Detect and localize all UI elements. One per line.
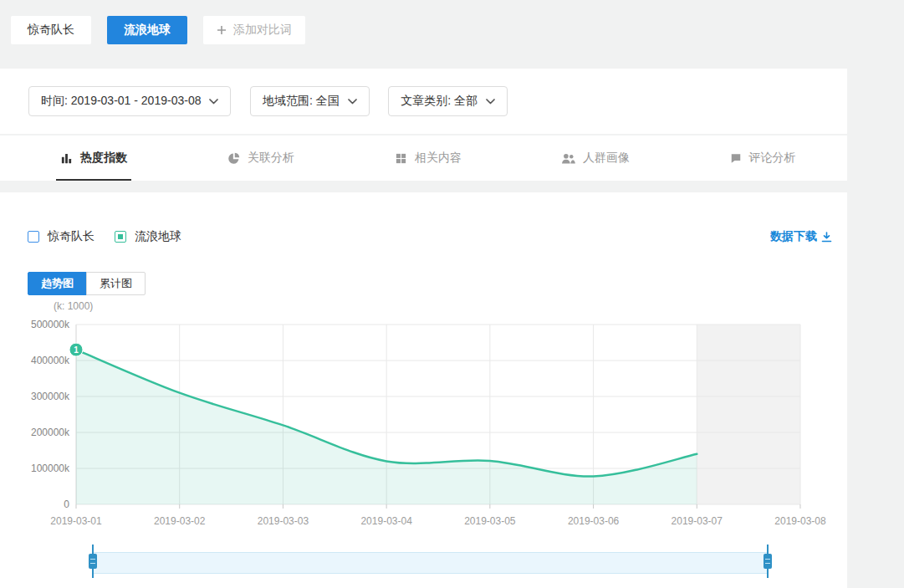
- y-axis-tick: 0: [64, 499, 69, 510]
- view-toggle-cumulative[interactable]: 累计图: [86, 272, 146, 295]
- legend-item-2[interactable]: 流浪地球: [115, 229, 181, 244]
- tab-comment-analysis[interactable]: 评论分析: [679, 135, 846, 181]
- checkbox-checked-icon[interactable]: [115, 231, 126, 243]
- datazoom-handle-left[interactable]: [89, 554, 97, 569]
- legend-label: 流浪地球: [135, 229, 181, 244]
- comment-icon: [730, 152, 742, 164]
- x-axis-tick: 2019-03-02: [154, 515, 206, 527]
- x-axis-tick: 2019-03-06: [568, 515, 620, 527]
- keyword-button-wandering-earth[interactable]: 流浪地球: [107, 16, 187, 44]
- x-axis-tick: 2019-03-05: [464, 515, 516, 527]
- unit-note: (k: 1000): [54, 300, 93, 312]
- tab-audience-profile[interactable]: 人群画像: [512, 135, 679, 181]
- add-compare-keyword-label: 添加对比词: [233, 23, 292, 38]
- legend-label: 惊奇队长: [48, 229, 94, 244]
- tab-label: 关联分析: [248, 151, 294, 166]
- x-axis-tick: 2019-03-03: [258, 515, 309, 527]
- chart-view-toggle: 趋势图累计图: [28, 272, 146, 295]
- time-range-value: 时间: 2019-03-01 - 2019-03-08: [41, 94, 201, 109]
- tab-list: 热度指数关联分析相关内容人群画像评论分析: [0, 135, 847, 181]
- tab-label: 评论分析: [749, 151, 796, 166]
- chart-panel: 惊奇队长流浪地球 数据下载 趋势图累计图 (k: 1000) 0100000k2…: [0, 192, 847, 588]
- keyword-bar: 惊奇队长流浪地球 添加对比词: [0, 0, 904, 69]
- view-toggle-trend[interactable]: 趋势图: [28, 272, 87, 295]
- y-axis-tick: 400000k: [31, 355, 70, 366]
- tab-label: 相关内容: [415, 151, 462, 166]
- tab-relation-analysis[interactable]: 关联分析: [177, 135, 345, 181]
- page: 惊奇队长流浪地球 添加对比词 时间: 2019-03-01 - 2019-03-…: [0, 0, 904, 588]
- chevron-down-icon: [348, 99, 357, 105]
- region-value: 地域范围: 全国: [263, 94, 340, 109]
- no-data-region: [697, 325, 800, 504]
- data-download-label: 数据下载: [770, 229, 817, 244]
- pie-chart-icon: [227, 152, 240, 165]
- tab-label: 人群画像: [583, 151, 630, 166]
- grid-icon: [395, 152, 407, 165]
- y-axis-tick: 500000k: [31, 319, 70, 330]
- filter-bar: 时间: 2019-03-01 - 2019-03-08 地域范围: 全国 文章类…: [0, 69, 847, 134]
- x-axis-tick: 2019-03-07: [672, 515, 723, 527]
- datazoom-handle-right[interactable]: [764, 554, 772, 569]
- plus-icon: [217, 25, 227, 35]
- chevron-down-icon: [209, 99, 218, 105]
- time-range-dropdown[interactable]: 时间: 2019-03-01 - 2019-03-08: [28, 86, 231, 116]
- handle-grip-icon: [765, 559, 770, 564]
- category-value: 文章类别: 全部: [401, 94, 478, 109]
- checkbox-unchecked-icon[interactable]: [28, 231, 39, 243]
- tab-label: 热度指数: [80, 151, 127, 166]
- event-marker-label: 1: [74, 345, 79, 355]
- x-axis-tick: 2019-03-01: [50, 515, 102, 527]
- bar-chart-icon: [60, 152, 73, 165]
- region-dropdown[interactable]: 地域范围: 全国: [250, 86, 370, 116]
- chevron-down-icon: [486, 99, 495, 105]
- x-axis-tick: 2019-03-04: [360, 515, 412, 527]
- x-axis-tick: 2019-03-08: [774, 515, 826, 527]
- keyword-button-captain-marvel[interactable]: 惊奇队长: [11, 16, 91, 44]
- y-axis-tick: 200000k: [31, 427, 70, 438]
- add-compare-keyword-button[interactable]: 添加对比词: [203, 16, 305, 44]
- datazoom-slider-track[interactable]: [93, 552, 768, 574]
- series-legend: 惊奇队长流浪地球: [28, 229, 202, 244]
- y-axis-tick: 300000k: [31, 391, 70, 402]
- tab-heat-index[interactable]: 热度指数: [10, 135, 177, 181]
- trend-chart: 0100000k200000k300000k400000k500000k2019…: [0, 319, 847, 529]
- tab-related-content[interactable]: 相关内容: [345, 135, 512, 181]
- legend-item-1[interactable]: 惊奇队长: [28, 229, 94, 244]
- data-download-link[interactable]: 数据下载: [770, 229, 832, 244]
- handle-grip-icon: [90, 559, 95, 564]
- category-dropdown[interactable]: 文章类别: 全部: [388, 86, 508, 116]
- y-axis-tick: 100000k: [31, 463, 70, 474]
- people-icon: [561, 152, 575, 165]
- download-icon: [821, 232, 832, 243]
- tab-bar: 热度指数关联分析相关内容人群画像评论分析: [0, 135, 847, 181]
